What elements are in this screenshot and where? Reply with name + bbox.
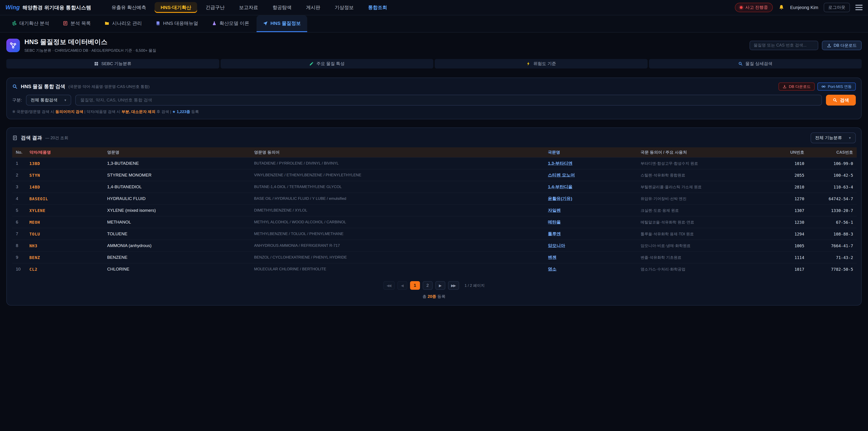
- pagination-next-button[interactable]: ▶: [435, 281, 445, 290]
- col-no: No.: [12, 147, 26, 157]
- cell-no: 4: [12, 193, 26, 205]
- cell-abbr: TOLU: [26, 228, 103, 240]
- cell-abbr: 13BD: [26, 157, 103, 169]
- cell-english-synonyms: ANHYDROUS AMMONIA / REFRIGERANT R-717: [250, 240, 544, 251]
- cell-english-synonyms: MOLECULAR CHLORINE / BERTHOLITE: [250, 263, 544, 275]
- table-row[interactable]: 9 BENZ BENZENE BENZOL / CYCLOHEXATRIENE …: [12, 251, 857, 263]
- portmis-label: Port-MIS 연동: [828, 84, 852, 89]
- portmis-link-button[interactable]: Port-MIS 연동: [817, 83, 856, 91]
- nav-item-rescue[interactable]: 긴급구난: [200, 2, 230, 13]
- table-row[interactable]: 6 MEOH METHANOL METHYL ALCOHOL / WOOD AL…: [12, 216, 857, 228]
- cell-no: 9: [12, 251, 26, 263]
- page-subtitle: SEBC 기능분류 · CHRIS/CAMEO DB · AEGL/ERPG/I…: [24, 48, 156, 53]
- tab-scenario-management[interactable]: 시나리오 관리: [98, 16, 148, 32]
- section-tab-label: 위험도 기준: [533, 61, 556, 67]
- pagination-first-button[interactable]: ◀◀: [383, 281, 395, 290]
- pagination-prev-button[interactable]: ◀: [397, 281, 407, 290]
- filter-selected-value: 전체 기능분류: [815, 135, 842, 141]
- table-row[interactable]: 2 STYN STYRENE MONOMER VINYLBENZENE / ET…: [12, 169, 857, 181]
- table-row[interactable]: 1 13BD 1,3-BUTADIENE BUTADIENE / PYRROLE…: [12, 157, 857, 169]
- logout-button[interactable]: 로그아웃: [824, 3, 850, 12]
- section-tab-properties[interactable]: 주요 물질 특성: [221, 59, 434, 68]
- korean-name-link[interactable]: 톨루엔: [548, 232, 561, 236]
- cell-english-synonyms: VINYLBENZENE / ETHENYLBENZENE / PHENYLET…: [250, 169, 544, 181]
- star-icon: ★: [172, 110, 176, 114]
- section-tab-label: SEBC 기능분류: [101, 61, 131, 67]
- cell-no: 8: [12, 240, 26, 251]
- category-filter-select[interactable]: 전체 기능분류 ▼: [811, 132, 856, 143]
- cell-english-synonyms: METHYL ALCOHOL / WOOD ALCOHOL / CARBINOL: [250, 216, 544, 228]
- table-row[interactable]: 3 14BD 1,4-BUTANEDIOL BUTANE-1,4-DIOL / …: [12, 181, 857, 193]
- cell-english-synonyms: BENZOL / CYCLOHEXATRIENE / PHENYL HYDRID…: [250, 251, 544, 263]
- menu-hamburger-icon[interactable]: [855, 3, 863, 11]
- nav-item-integrated-search[interactable]: 통합조회: [362, 2, 393, 13]
- chevron-down-icon: ▼: [64, 98, 67, 102]
- paper-plane-icon: [263, 21, 268, 26]
- notification-bell-icon[interactable]: [778, 4, 784, 11]
- nav-item-reports[interactable]: 보고자료: [233, 2, 264, 13]
- table-row[interactable]: 7 TOLU TOLUENE METHYLBENZENE / TOLUOL / …: [12, 228, 857, 240]
- pagination-last-button[interactable]: ▶▶: [448, 281, 459, 290]
- cell-english-name: BENZENE: [103, 251, 250, 263]
- header-search-input[interactable]: [749, 41, 818, 50]
- tab-hns-substance-info[interactable]: HNS 물질정보: [256, 16, 307, 32]
- korean-name-link[interactable]: 메탄올: [548, 220, 561, 224]
- cell-korean-name: 톨루엔: [544, 228, 637, 240]
- table-row[interactable]: 4 BASEOIL HYDRAULIC FLUID BASE OIL / HYD…: [12, 193, 857, 205]
- cell-un-number: 1005: [773, 240, 808, 251]
- korean-name-link[interactable]: 1,3-부타디엔: [548, 161, 572, 166]
- korean-name-link[interactable]: 자일렌: [548, 208, 561, 213]
- korean-name-link[interactable]: 1,4-부탄디올: [548, 184, 572, 189]
- download-icon: [782, 85, 786, 89]
- table-row[interactable]: 8 NH3 AMMONIA (anhydrous) ANHYDROUS AMMO…: [12, 240, 857, 251]
- korean-name-link[interactable]: 염소: [548, 267, 557, 271]
- tab-analysis-list[interactable]: 분석 목록: [57, 16, 97, 32]
- cell-english-name: CHLORINE: [103, 263, 250, 275]
- korean-name-link[interactable]: 벤젠: [548, 255, 557, 260]
- tab-hns-manual[interactable]: HNS 대응매뉴얼: [149, 16, 205, 32]
- tab-dispersion-model-theory[interactable]: 확산모델 이론: [206, 16, 256, 32]
- cell-korean-name: 염소: [544, 263, 637, 275]
- chevron-down-icon: ▼: [848, 136, 851, 140]
- db-download-label: DB 다운로드: [789, 84, 811, 89]
- section-tab-sebc[interactable]: SEBC 기능분류: [6, 59, 219, 68]
- nav-item-aerial-search[interactable]: 항공탐색: [267, 2, 298, 13]
- nav-item-weather[interactable]: 기상정보: [329, 2, 360, 13]
- search-panel-note: (국문명·약어·제품명·영문명·CAS·UN번호 통합): [68, 84, 150, 89]
- main-nav: 유출유 확산예측 HNS·대기확산 긴급구난 보고자료 항공탐색 게시판 기상정…: [106, 2, 393, 13]
- tab-label: HNS 대응매뉴얼: [163, 20, 198, 26]
- incident-dot-icon: [740, 6, 743, 9]
- section-tab-detail-search[interactable]: 물질 상세검색: [649, 59, 862, 68]
- tab-dispersion-analysis[interactable]: 대기확산 분석: [5, 16, 56, 32]
- clipboard-icon: [12, 135, 18, 141]
- app-logo[interactable]: Wing 해양환경 위기대응 통합시스템: [5, 4, 91, 11]
- nav-item-hns-dispersion[interactable]: HNS·대기확산: [155, 2, 197, 13]
- search-button[interactable]: 검색: [826, 95, 856, 105]
- category-select[interactable]: 전체 통합검색 ▼: [26, 95, 71, 105]
- col-korean-synonyms: 국문 동의어 / 주요 사용처: [637, 147, 773, 157]
- nav-item-board[interactable]: 게시판: [300, 2, 326, 13]
- korean-name-link[interactable]: 스티렌 모노머: [548, 173, 575, 177]
- section-tab-risk-criteria[interactable]: 위험도 기준: [435, 59, 648, 68]
- cell-korean-synonyms: 메틸알코올·석유화학 원료·연료: [637, 216, 773, 228]
- cell-no: 3: [12, 181, 26, 193]
- pagination-page-1[interactable]: 1: [410, 281, 420, 290]
- tab-label: 대기확산 분석: [20, 20, 49, 26]
- pagination-page-2[interactable]: 2: [423, 281, 433, 290]
- cell-cas-number: 110-63-4: [808, 181, 857, 193]
- main-content: HNS 물질정보 데이터베이스 SEBC 기능분류 · CHRIS/CAMEO …: [6, 37, 862, 306]
- korean-name-link[interactable]: 암모니아: [548, 243, 565, 248]
- db-download-red-button[interactable]: DB 다운로드: [778, 83, 815, 91]
- table-row[interactable]: 10 CL2 CHLORINE MOLECULAR CHLORINE / BER…: [12, 263, 857, 275]
- incident-status-badge[interactable]: 사고 진행중: [735, 3, 773, 12]
- nav-item-oil-spill[interactable]: 유출유 확산예측: [106, 2, 152, 13]
- pagination: ◀◀ ◀ 1 2 ▶ ▶▶ 1 / 2 페이지: [12, 281, 856, 290]
- search-button-label: 검색: [840, 97, 849, 103]
- unified-search-input[interactable]: [75, 95, 822, 105]
- last-page-icon: ▶▶: [451, 283, 456, 288]
- db-download-button[interactable]: DB 다운로드: [822, 41, 862, 50]
- cell-english-name: HYDRAULIC FLUID: [103, 193, 250, 205]
- results-body: 1 13BD 1,3-BUTADIENE BUTADIENE / PYRROLE…: [12, 157, 857, 275]
- korean-name-link[interactable]: 윤활유(기유): [548, 196, 572, 201]
- table-row[interactable]: 5 XYLENE XYLENE (mixed isomers) DIMETHYL…: [12, 205, 857, 216]
